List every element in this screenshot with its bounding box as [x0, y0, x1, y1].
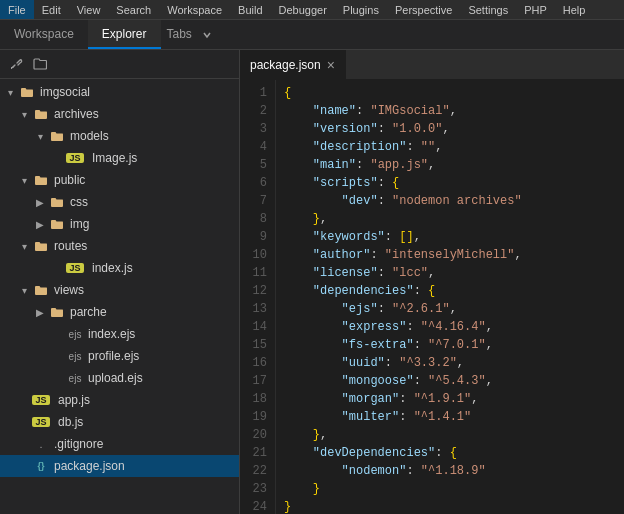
tab-tabs[interactable]: Tabs — [161, 20, 198, 49]
menu-plugins[interactable]: Plugins — [335, 0, 387, 19]
tree-label-gitignore: .gitignore — [54, 437, 103, 451]
new-folder-icon — [33, 57, 47, 71]
tab-explorer[interactable]: Explorer — [88, 20, 161, 49]
tree-label-views: views — [54, 283, 84, 297]
tree-label-public: public — [54, 173, 85, 187]
menu-view[interactable]: View — [69, 0, 109, 19]
tree-label-routes: routes — [54, 239, 87, 253]
tree-item-public[interactable]: ▾ public — [0, 169, 239, 191]
menu-edit[interactable]: Edit — [34, 0, 69, 19]
js-icon-db: JS — [32, 417, 50, 427]
menu-bar: File Edit View Search Workspace Build De… — [0, 0, 624, 20]
menu-settings[interactable]: Settings — [460, 0, 516, 19]
tree-item-db-js[interactable]: JS db.js — [0, 411, 239, 433]
link-icon-btn[interactable] — [6, 54, 26, 74]
tree-arrow-routes: ▾ — [16, 241, 32, 252]
tabs-dropdown-arrow[interactable] — [198, 20, 216, 49]
tree-arrow-public: ▾ — [16, 175, 32, 186]
tree-label-img: img — [70, 217, 89, 231]
tree-label-index-ejs: index.ejs — [88, 327, 135, 341]
editor-area: package.json × 1 2 3 4 5 6 7 8 9 10 11 1… — [240, 50, 624, 514]
tree-arrow-models: ▾ — [32, 131, 48, 142]
tab-workspace[interactable]: Workspace — [0, 20, 88, 49]
menu-workspace[interactable]: Workspace — [159, 0, 230, 19]
menu-help[interactable]: Help — [555, 0, 594, 19]
tree-arrow-views: ▾ — [16, 285, 32, 296]
tree-item-app-js[interactable]: JS app.js — [0, 389, 239, 411]
tree-item-views[interactable]: ▾ views — [0, 279, 239, 301]
tree-item-css[interactable]: ▶ css — [0, 191, 239, 213]
editor-tab-package-json[interactable]: package.json × — [240, 50, 346, 79]
nav-tab-bar: Workspace Explorer Tabs — [0, 20, 624, 50]
menu-php[interactable]: PHP — [516, 0, 555, 19]
tree-label-routes-index-js: index.js — [92, 261, 133, 275]
folder-icon-archives — [32, 107, 50, 121]
menu-search[interactable]: Search — [108, 0, 159, 19]
tree-item-models[interactable]: ▾ models — [0, 125, 239, 147]
js-icon-image: JS — [66, 153, 84, 163]
tree-item-imgsocial[interactable]: ▾ imgsocial — [0, 81, 239, 103]
tree-label-css: css — [70, 195, 88, 209]
tree-label-models: models — [70, 129, 109, 143]
folder-icon-models — [48, 129, 66, 143]
menu-perspective[interactable]: Perspective — [387, 0, 460, 19]
ejs-icon-profile: ejs — [66, 351, 84, 362]
line-numbers: 1 2 3 4 5 6 7 8 9 10 11 12 13 14 15 16 1… — [240, 80, 276, 514]
folder-icon-css — [48, 195, 66, 209]
new-folder-icon-btn[interactable] — [30, 54, 50, 74]
tree-item-gitignore[interactable]: . .gitignore — [0, 433, 239, 455]
menu-debugger[interactable]: Debugger — [271, 0, 335, 19]
main-content: ▾ imgsocial ▾ archives ▾ mode — [0, 50, 624, 514]
tree-label-archives: archives — [54, 107, 99, 121]
folder-icon-public — [32, 173, 50, 187]
folder-icon-routes — [32, 239, 50, 253]
tree-arrow-img: ▶ — [32, 219, 48, 230]
tree-label-imgsocial: imgsocial — [40, 85, 90, 99]
ejs-icon-upload: ejs — [66, 373, 84, 384]
tree-arrow-css: ▶ — [32, 197, 48, 208]
tree-label-app-js: app.js — [58, 393, 90, 407]
folder-icon-imgsocial — [18, 85, 36, 99]
tree-item-archives[interactable]: ▾ archives — [0, 103, 239, 125]
tree-item-routes[interactable]: ▾ routes — [0, 235, 239, 257]
tree-item-index-ejs[interactable]: ejs index.ejs — [0, 323, 239, 345]
tree-arrow-parche: ▶ — [32, 307, 48, 318]
js-icon-app: JS — [32, 395, 50, 405]
gitignore-icon: . — [32, 438, 50, 450]
tree-item-profile-ejs[interactable]: ejs profile.ejs — [0, 345, 239, 367]
tree-item-package-json[interactable]: {} package.json — [0, 455, 239, 477]
folder-icon-parche — [48, 305, 66, 319]
tree-label-upload-ejs: upload.ejs — [88, 371, 143, 385]
menu-file[interactable]: File — [0, 0, 34, 19]
tree-label-profile-ejs: profile.ejs — [88, 349, 139, 363]
link-icon — [9, 57, 23, 71]
tree-item-image-js[interactable]: JS Image.js — [0, 147, 239, 169]
editor-tab-filename: package.json — [250, 58, 321, 72]
tree-label-package-json: package.json — [54, 459, 125, 473]
sidebar-toolbar — [0, 50, 239, 79]
folder-icon-img — [48, 217, 66, 231]
ejs-icon-index: ejs — [66, 329, 84, 340]
tree-label-db-js: db.js — [58, 415, 83, 429]
tree-label-parche: parche — [70, 305, 107, 319]
tree-item-routes-index-js[interactable]: JS index.js — [0, 257, 239, 279]
json-icon-package: {} — [32, 461, 50, 471]
tree-item-upload-ejs[interactable]: ejs upload.ejs — [0, 367, 239, 389]
tree-arrow-archives: ▾ — [16, 109, 32, 120]
sidebar: ▾ imgsocial ▾ archives ▾ mode — [0, 50, 240, 514]
chevron-down-icon — [202, 30, 212, 40]
tree-label-image-js: Image.js — [92, 151, 137, 165]
code-editor[interactable]: 1 2 3 4 5 6 7 8 9 10 11 12 13 14 15 16 1… — [240, 80, 624, 514]
code-content: { "name": "IMGsocial", "version": "1.0.0… — [276, 80, 624, 514]
menu-build[interactable]: Build — [230, 0, 270, 19]
editor-tab-bar: package.json × — [240, 50, 624, 80]
folder-icon-views — [32, 283, 50, 297]
tree-item-parche[interactable]: ▶ parche — [0, 301, 239, 323]
tree-arrow-imgsocial: ▾ — [2, 87, 18, 98]
file-tree: ▾ imgsocial ▾ archives ▾ mode — [0, 79, 239, 479]
editor-tab-close[interactable]: × — [327, 58, 335, 72]
tree-item-img[interactable]: ▶ img — [0, 213, 239, 235]
js-icon-routes-index: JS — [66, 263, 84, 273]
